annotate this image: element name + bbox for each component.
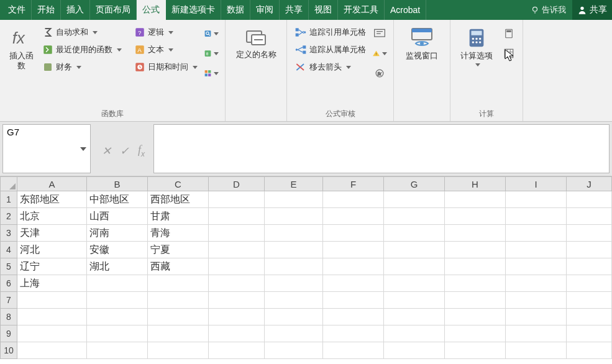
cell-H10[interactable]: [445, 342, 506, 359]
row-header-3[interactable]: 3: [0, 225, 17, 242]
tab-newtab[interactable]: 新建选项卡: [166, 0, 221, 20]
row-header-4[interactable]: 4: [0, 242, 17, 258]
cell-E8[interactable]: [265, 309, 323, 325]
remove-arrows-button[interactable]: 移去箭头: [291, 60, 370, 75]
row-header-5[interactable]: 5: [0, 258, 17, 275]
cell-A4[interactable]: 河北: [17, 242, 87, 258]
tell-me[interactable]: 告诉我: [524, 0, 572, 20]
cell-J3[interactable]: [567, 225, 612, 242]
text-button[interactable]: A 文本: [130, 42, 201, 57]
cell-F4[interactable]: [323, 242, 384, 258]
trace-precedents-button[interactable]: 追踪引用单元格: [291, 25, 370, 40]
cell-F10[interactable]: [323, 342, 384, 359]
cell-E7[interactable]: [265, 292, 323, 309]
cell-J5[interactable]: [567, 258, 612, 275]
cell-A1[interactable]: 东部地区: [17, 191, 87, 208]
cell-G6[interactable]: [384, 275, 445, 292]
cell-H7[interactable]: [445, 292, 506, 309]
cell-A8[interactable]: [17, 309, 87, 325]
titlebar-share[interactable]: 共享: [572, 0, 612, 20]
cell-G8[interactable]: [384, 309, 445, 325]
cell-C8[interactable]: [148, 309, 209, 325]
tab-insert[interactable]: 插入: [61, 0, 90, 20]
cell-E3[interactable]: [265, 225, 323, 242]
cell-H1[interactable]: [445, 191, 506, 208]
cell-G7[interactable]: [384, 292, 445, 309]
cell-F9[interactable]: [323, 325, 384, 342]
cell-B1[interactable]: 中部地区: [87, 191, 148, 208]
chevron-down-icon[interactable]: [80, 147, 86, 151]
cell-C4[interactable]: 宁夏: [148, 242, 209, 258]
cell-G9[interactable]: [384, 325, 445, 342]
cell-F1[interactable]: [323, 191, 384, 208]
cell-H4[interactable]: [445, 242, 506, 258]
cell-C1[interactable]: 西部地区: [148, 191, 209, 208]
cell-C3[interactable]: 青海: [148, 225, 209, 242]
recent-functions-button[interactable]: 最近使用的函数: [39, 42, 126, 57]
cell-B2[interactable]: 山西: [87, 208, 148, 225]
more-functions-button[interactable]: [204, 66, 219, 81]
cell-E9[interactable]: [265, 325, 323, 342]
fx-button[interactable]: fx: [138, 143, 145, 158]
cell-H3[interactable]: [445, 225, 506, 242]
cell-B9[interactable]: [87, 325, 148, 342]
cell-A3[interactable]: 天津: [17, 225, 87, 242]
tab-home[interactable]: 开始: [32, 0, 61, 20]
tab-data[interactable]: 数据: [221, 0, 250, 20]
col-header-F[interactable]: F: [323, 176, 384, 191]
cell-B7[interactable]: [87, 292, 148, 309]
cell-G4[interactable]: [384, 242, 445, 258]
cell-F5[interactable]: [323, 258, 384, 275]
cell-C5[interactable]: 西藏: [148, 258, 209, 275]
cell-J1[interactable]: [567, 191, 612, 208]
cell-J6[interactable]: [567, 275, 612, 292]
calculate-sheet-button[interactable]: [501, 46, 516, 61]
col-header-G[interactable]: G: [384, 176, 445, 191]
name-box[interactable]: [2, 124, 91, 173]
cell-H8[interactable]: [445, 309, 506, 325]
cell-F3[interactable]: [323, 225, 384, 242]
cell-A5[interactable]: 辽宁: [17, 258, 87, 275]
cell-C7[interactable]: [148, 292, 209, 309]
trace-dependents-button[interactable]: 追踪从属单元格: [291, 42, 370, 57]
formula-input[interactable]: [153, 124, 610, 173]
cell-D4[interactable]: [209, 242, 265, 258]
col-header-D[interactable]: D: [209, 176, 265, 191]
cell-D7[interactable]: [209, 292, 265, 309]
cell-I6[interactable]: [506, 275, 567, 292]
cell-D3[interactable]: [209, 225, 265, 242]
autosum-button[interactable]: 自动求和: [39, 25, 126, 40]
cell-D8[interactable]: [209, 309, 265, 325]
cell-H6[interactable]: [445, 275, 506, 292]
row-header-6[interactable]: 6: [0, 275, 17, 292]
cell-F6[interactable]: [323, 275, 384, 292]
row-header-7[interactable]: 7: [0, 292, 17, 309]
cell-B5[interactable]: 湖北: [87, 258, 148, 275]
cell-J8[interactable]: [567, 309, 612, 325]
cell-G5[interactable]: [384, 258, 445, 275]
cell-A2[interactable]: 北京: [17, 208, 87, 225]
cell-B4[interactable]: 安徽: [87, 242, 148, 258]
tab-layout[interactable]: 页面布局: [90, 0, 137, 20]
tab-share[interactable]: 共享: [280, 0, 309, 20]
insert-function-button[interactable]: fx 插入函数: [4, 24, 39, 72]
cell-A10[interactable]: [17, 342, 87, 359]
calc-options-button[interactable]: 计算选项: [454, 24, 499, 68]
col-header-I[interactable]: I: [506, 176, 567, 191]
cell-C6[interactable]: [148, 275, 209, 292]
cell-G1[interactable]: [384, 191, 445, 208]
cell-C10[interactable]: [148, 342, 209, 359]
cell-J2[interactable]: [567, 208, 612, 225]
tab-acrobat[interactable]: Acrobat: [385, 0, 426, 20]
cell-F7[interactable]: [323, 292, 384, 309]
col-header-C[interactable]: C: [148, 176, 209, 191]
logical-button[interactable]: ? 逻辑: [130, 25, 201, 40]
cell-A6[interactable]: 上海: [17, 275, 87, 292]
define-name-button[interactable]: 定义的名称: [229, 24, 283, 61]
name-box-input[interactable]: [7, 127, 80, 137]
cell-I3[interactable]: [506, 225, 567, 242]
math-button[interactable]: θ: [204, 46, 219, 61]
cancel-formula-button[interactable]: ✕: [102, 144, 111, 158]
select-all-corner[interactable]: [0, 176, 17, 191]
cell-F2[interactable]: [323, 208, 384, 225]
